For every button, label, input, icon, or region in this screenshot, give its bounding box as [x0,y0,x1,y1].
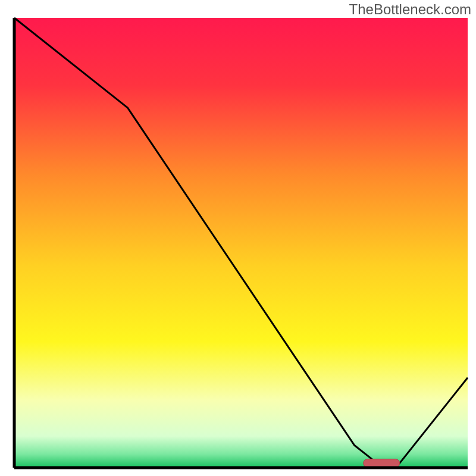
bottleneck-chart [0,0,476,476]
gradient-background [14,18,468,468]
watermark-text: TheBottleneck.com [349,1,471,18]
optimal-range-marker [364,459,400,467]
chart-container: TheBottleneck.com [0,0,476,476]
